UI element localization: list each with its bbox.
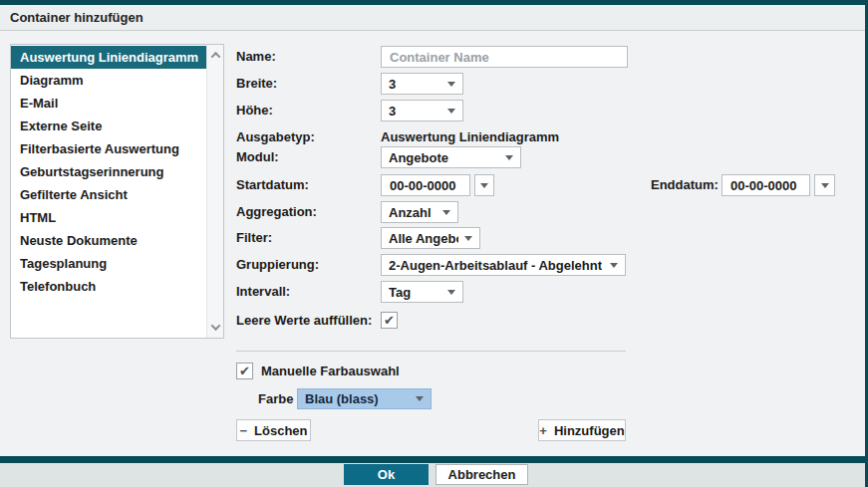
chevron-down-icon xyxy=(442,210,450,215)
container-type-listbox: Auswertung Liniendiagramm Diagramm E-Mai… xyxy=(10,44,224,339)
intervall-select[interactable]: Tag xyxy=(381,281,463,303)
breite-label: Breite: xyxy=(236,73,277,95)
scrollbar-up-icon[interactable] xyxy=(207,47,224,64)
hoehe-value: 3 xyxy=(389,104,396,119)
dialog-title: Container hinzufügen xyxy=(10,10,144,25)
add-container-dialog: Container hinzufügen Auswertung Liniendi… xyxy=(0,0,868,487)
list-item-auswertung-liniendiagramm[interactable]: Auswertung Liniendiagramm xyxy=(11,46,206,69)
section-divider xyxy=(236,351,626,352)
list-item-diagramm[interactable]: Diagramm xyxy=(11,69,206,92)
intervall-label: Intervall: xyxy=(236,281,290,303)
startdatum-value: 00-00-0000 xyxy=(390,178,456,193)
name-label: Name: xyxy=(236,46,276,68)
hinzufuegen-button-label: Hinzufügen xyxy=(554,423,625,438)
hoehe-select[interactable]: 3 xyxy=(381,100,463,122)
dialog-footer xyxy=(0,463,865,487)
startdatum-calendar-button[interactable] xyxy=(474,174,494,196)
chevron-down-icon xyxy=(505,155,513,160)
plus-icon: + xyxy=(539,423,547,438)
leere-werte-label: Leere Werte auffüllen: xyxy=(236,312,372,329)
check-icon: ✔ xyxy=(239,363,250,379)
farbe-value: Blau (blass) xyxy=(305,391,379,406)
abbrechen-button-label: Abbrechen xyxy=(448,467,516,482)
enddatum-calendar-button[interactable] xyxy=(814,174,835,196)
breite-value: 3 xyxy=(389,77,396,92)
leere-werte-checkbox[interactable]: ✔ xyxy=(381,312,398,329)
manuelle-farbauswahl-checkbox[interactable]: ✔ xyxy=(236,363,253,379)
chevron-down-icon xyxy=(447,290,455,295)
chevron-down-icon xyxy=(821,183,829,188)
farbe-label: Farbe xyxy=(258,388,293,409)
list-item-geburtstagserinnerung[interactable]: Geburtstagserinnerung xyxy=(11,160,206,183)
listbox-scrollbar[interactable] xyxy=(206,45,223,338)
filter-select[interactable]: Alle Angebote xyxy=(381,227,480,249)
chevron-down-icon xyxy=(416,396,424,401)
modul-label: Modul: xyxy=(236,146,279,168)
ok-button-label: Ok xyxy=(378,467,395,482)
list-item-email[interactable]: E-Mail xyxy=(11,92,206,115)
dialog-title-bar: Container hinzufügen xyxy=(0,5,865,31)
list-item-gefilterte-ansicht[interactable]: Gefilterte Ansicht xyxy=(11,183,206,206)
scrollbar-down-icon[interactable] xyxy=(207,319,224,336)
farbe-select[interactable]: Blau (blass) xyxy=(297,388,432,409)
filter-label: Filter: xyxy=(236,227,272,249)
minus-icon: − xyxy=(239,423,247,438)
container-type-list: Auswertung Liniendiagramm Diagramm E-Mai… xyxy=(11,46,206,298)
aggregation-value: Anzahl xyxy=(389,205,432,220)
ausgabetyp-value: Auswertung Liniendiagramm xyxy=(381,128,559,146)
aggregation-select[interactable]: Anzahl xyxy=(381,201,458,223)
abbrechen-button[interactable]: Abbrechen xyxy=(435,464,528,485)
gruppierung-label: Gruppierung: xyxy=(236,254,319,276)
hinzufuegen-button[interactable]: + Hinzufügen xyxy=(538,419,626,441)
enddatum-input[interactable]: 00-00-0000 xyxy=(722,174,810,196)
modul-select[interactable]: Angebote xyxy=(381,146,521,168)
chevron-down-icon xyxy=(480,183,488,188)
chevron-down-icon xyxy=(610,263,618,268)
list-item-externe-seite[interactable]: Externe Seite xyxy=(11,115,206,137)
chevron-down-icon xyxy=(447,109,455,114)
list-item-filterbasierte-auswertung[interactable]: Filterbasierte Auswertung xyxy=(11,137,206,160)
list-item-html[interactable]: HTML xyxy=(11,206,206,229)
enddatum-label: Enddatum: xyxy=(651,174,719,196)
loeschen-button[interactable]: − Löschen xyxy=(236,419,311,441)
aggregation-label: Aggregation: xyxy=(236,201,317,223)
modul-value: Angebote xyxy=(389,150,448,165)
chevron-down-icon xyxy=(464,236,472,241)
check-icon: ✔ xyxy=(384,312,395,329)
startdatum-label: Startdatum: xyxy=(236,174,309,196)
loeschen-button-label: Löschen xyxy=(254,423,307,438)
dialog-bottom-accent xyxy=(0,456,865,463)
list-item-telefonbuch[interactable]: Telefonbuch xyxy=(11,275,206,298)
list-item-neuste-dokumente[interactable]: Neuste Dokumente xyxy=(11,229,206,252)
intervall-value: Tag xyxy=(389,285,411,300)
gruppierung-select[interactable]: 2-Augen-Arbeitsablauf - Abgelehnt xyxy=(381,254,626,276)
chevron-down-icon xyxy=(447,82,455,87)
name-input[interactable] xyxy=(381,46,628,68)
manuelle-farbauswahl-label: Manuelle Farbauswahl xyxy=(261,361,400,381)
ausgabetyp-label: Ausgabetyp: xyxy=(236,128,315,146)
gruppierung-value: 2-Augen-Arbeitsablauf - Abgelehnt xyxy=(389,258,602,273)
ok-button[interactable]: Ok xyxy=(344,464,429,485)
filter-value: Alle Angebote xyxy=(389,231,458,246)
enddatum-value: 00-00-0000 xyxy=(730,178,797,193)
list-item-tagesplanung[interactable]: Tagesplanung xyxy=(11,252,206,275)
startdatum-input[interactable]: 00-00-0000 xyxy=(381,174,470,196)
hoehe-label: Höhe: xyxy=(236,100,273,122)
breite-select[interactable]: 3 xyxy=(381,73,463,95)
